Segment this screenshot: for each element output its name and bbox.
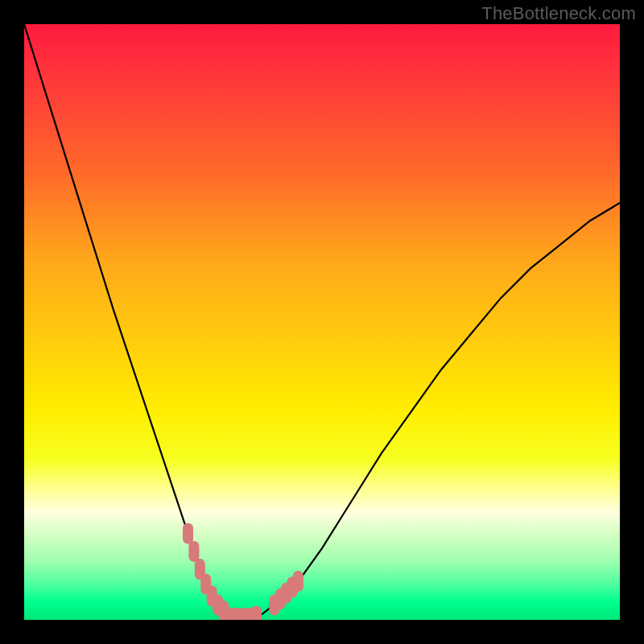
curve-markers	[183, 523, 303, 620]
chart-container: TheBottleneck.com	[0, 0, 644, 644]
watermark-text: TheBottleneck.com	[481, 3, 636, 24]
marker-dot	[218, 601, 229, 620]
chart-svg	[24, 24, 620, 620]
bottleneck-curve	[24, 24, 620, 619]
plot-area	[24, 24, 620, 620]
marker-dot	[293, 571, 303, 592]
marker-dot	[183, 523, 193, 544]
marker-dot	[251, 606, 262, 620]
marker-dot	[188, 541, 199, 562]
